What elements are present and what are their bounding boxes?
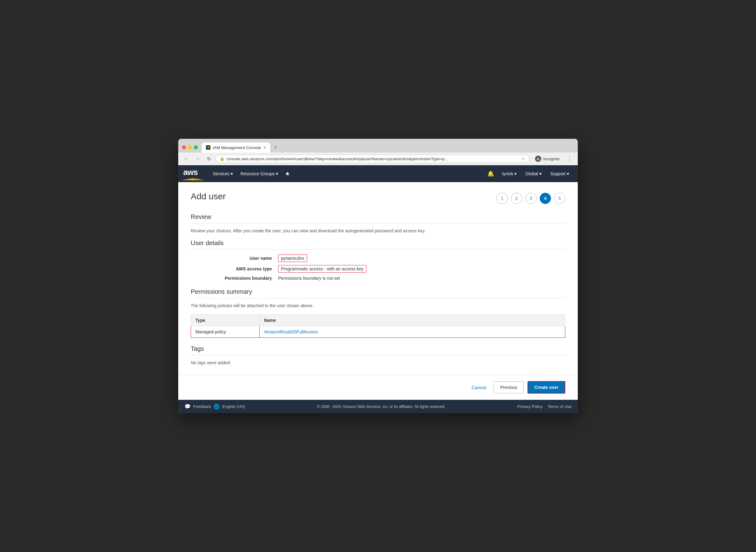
services-label: Services bbox=[213, 171, 230, 176]
incognito-button[interactable]: 🕵 Incognito bbox=[532, 154, 563, 163]
browser-menu-button[interactable]: ⋮ bbox=[565, 154, 574, 163]
nav-services[interactable]: Services ▾ bbox=[209, 165, 237, 182]
aws-logo-text: aws bbox=[183, 167, 198, 177]
nav-right: 🔔 tynick ▾ Global ▾ Support ▾ bbox=[484, 165, 573, 182]
nav-region-menu[interactable]: Global ▾ bbox=[522, 165, 545, 182]
tags-section: Tags No tags were added. bbox=[191, 345, 565, 365]
tab-title: IAM Management Console bbox=[213, 145, 261, 150]
bookmark-icon[interactable]: ☆ bbox=[521, 156, 525, 161]
policy-name-link[interactable]: AmazonRoute53FullAccess bbox=[264, 329, 318, 334]
resource-groups-label: Resource Groups bbox=[240, 171, 275, 176]
nav-user-menu[interactable]: tynick ▾ bbox=[499, 165, 521, 182]
incognito-label: Incognito bbox=[543, 157, 560, 161]
new-tab-button[interactable]: + bbox=[271, 142, 280, 152]
services-chevron: ▾ bbox=[231, 171, 233, 176]
aws-footer: 💬 Feedback 🌐 English (US) © 2008 - 2020,… bbox=[178, 400, 578, 413]
incognito-icon: 🕵 bbox=[535, 156, 541, 162]
permissions-summary-description: The following policies will be attached … bbox=[191, 303, 565, 308]
nav-region: Global bbox=[525, 171, 538, 176]
nav-region-chevron: ▾ bbox=[539, 171, 542, 176]
nav-support-menu[interactable]: Support ▾ bbox=[547, 165, 573, 182]
traffic-lights bbox=[182, 145, 198, 149]
access-type-label: AWS access type bbox=[209, 266, 272, 271]
nav-support: Support bbox=[550, 171, 566, 176]
active-tab[interactable]: ⚡ IAM Management Console × bbox=[202, 143, 270, 152]
permissions-summary-divider bbox=[191, 298, 565, 298]
permissions-boundary-value: Permissions boundary is not set bbox=[278, 276, 340, 281]
tags-divider bbox=[191, 355, 565, 355]
minimize-window-button[interactable] bbox=[188, 145, 192, 149]
lock-icon: 🔒 bbox=[220, 157, 224, 161]
step-1[interactable]: 1 bbox=[497, 193, 508, 204]
tags-empty-message: No tags were added. bbox=[191, 360, 565, 365]
footer-copyright: © 2008 - 2020, Amazon Web Services, Inc.… bbox=[251, 405, 511, 409]
cancel-button[interactable]: Cancel bbox=[468, 382, 490, 393]
tags-title: Tags bbox=[191, 345, 565, 353]
refresh-button[interactable]: ↻ bbox=[204, 154, 213, 163]
permissions-table: Type Name Managed policy AmazonRoute53Fu… bbox=[191, 314, 565, 338]
privacy-policy-link[interactable]: Privacy Policy bbox=[518, 404, 543, 409]
step-4-active[interactable]: 4 bbox=[540, 193, 551, 204]
user-details-title: User details bbox=[191, 240, 565, 247]
address-text: console.aws.amazon.com/iam/home#/users$n… bbox=[226, 157, 519, 161]
steps-indicator: 1 2 3 4 5 bbox=[497, 193, 565, 204]
maximize-window-button[interactable] bbox=[194, 145, 198, 149]
step-3[interactable]: 3 bbox=[525, 193, 537, 204]
table-row: Managed policy AmazonRoute53FullAccess bbox=[191, 326, 565, 338]
back-button[interactable]: ← bbox=[182, 154, 191, 163]
nav-user-chevron: ▾ bbox=[514, 171, 517, 176]
address-bar[interactable]: 🔒 console.aws.amazon.com/iam/home#/users… bbox=[216, 155, 529, 163]
col-type: Type bbox=[191, 315, 260, 326]
username-row: User name pynamicdns bbox=[191, 255, 565, 262]
nav-username: tynick bbox=[502, 171, 514, 176]
nav-support-chevron: ▾ bbox=[567, 171, 569, 176]
review-title: Review bbox=[191, 213, 565, 221]
user-details-divider bbox=[191, 249, 565, 250]
bottom-action-bar: Cancel Previous Create user bbox=[178, 375, 578, 400]
review-description: Review your choices. After you create th… bbox=[191, 228, 565, 233]
step-2[interactable]: 2 bbox=[511, 193, 522, 204]
feedback-link[interactable]: Feedback bbox=[193, 404, 211, 409]
permissions-summary-title: Permissions summary bbox=[191, 288, 565, 295]
page-header: Add user 1 2 3 4 5 bbox=[191, 191, 565, 204]
review-divider bbox=[191, 223, 565, 223]
policy-name: AmazonRoute53FullAccess bbox=[260, 326, 565, 338]
aws-navbar: aws ▁▂▃▄▃▂▁ Services ▾ Resource Groups ▾… bbox=[178, 165, 578, 182]
access-type-row: AWS access type Programmatic access - wi… bbox=[191, 265, 565, 273]
aws-logo[interactable]: aws ▁▂▃▄▃▂▁ bbox=[183, 167, 203, 180]
policy-type: Managed policy bbox=[191, 326, 260, 338]
language-icon: 🌐 bbox=[214, 404, 220, 409]
page-title: Add user bbox=[191, 191, 226, 201]
create-user-button[interactable]: Create user bbox=[528, 381, 565, 394]
nav-bell-icon[interactable]: 🔔 bbox=[484, 165, 497, 182]
forward-button[interactable]: → bbox=[193, 154, 202, 163]
permissions-boundary-row: Permissions boundary Permissions boundar… bbox=[191, 276, 565, 281]
close-window-button[interactable] bbox=[182, 145, 186, 149]
username-label: User name bbox=[209, 256, 272, 261]
language-selector[interactable]: English (US) bbox=[222, 404, 245, 409]
nav-bookmark-icon[interactable]: ★ bbox=[282, 165, 293, 182]
step-5[interactable]: 5 bbox=[554, 193, 565, 204]
col-name: Name bbox=[260, 315, 565, 326]
feedback-icon: 💬 bbox=[185, 404, 191, 409]
main-content: Add user 1 2 3 4 5 Review Review your ch… bbox=[178, 182, 578, 375]
nav-resource-groups[interactable]: Resource Groups ▾ bbox=[237, 165, 282, 182]
close-tab-button[interactable]: × bbox=[263, 145, 266, 150]
previous-button[interactable]: Previous bbox=[494, 381, 524, 393]
footer-right: Privacy Policy Terms of Use bbox=[518, 404, 572, 409]
terms-of-use-link[interactable]: Terms of Use bbox=[547, 404, 571, 409]
tabs-bar: ⚡ IAM Management Console × + bbox=[202, 142, 574, 152]
footer-left: 💬 Feedback 🌐 English (US) bbox=[185, 404, 245, 409]
tab-favicon: ⚡ bbox=[206, 145, 210, 150]
access-type-value: Programmatic access - with an access key bbox=[278, 265, 366, 273]
resource-groups-chevron: ▾ bbox=[276, 171, 278, 176]
username-value: pynamicdns bbox=[278, 255, 307, 262]
aws-logo-smile: ▁▂▃▄▃▂▁ bbox=[183, 176, 203, 180]
permissions-boundary-label: Permissions boundary bbox=[209, 276, 272, 281]
